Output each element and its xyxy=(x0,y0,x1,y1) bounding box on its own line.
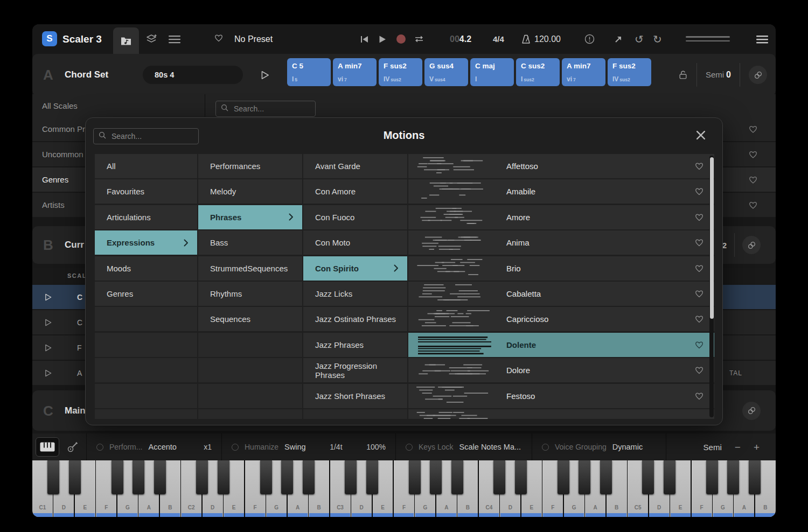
piano-black-key[interactable] xyxy=(154,460,166,494)
category-item-articulations[interactable]: Articulations xyxy=(95,205,197,229)
tab-songs[interactable] xyxy=(113,27,139,54)
mixer-lines-icon[interactable] xyxy=(686,24,730,54)
sidebar-item-all-scales[interactable]: All Scales xyxy=(32,94,776,117)
motion-result-row[interactable]: Dolore xyxy=(408,358,714,382)
close-button[interactable] xyxy=(695,130,706,141)
radio-indicator[interactable] xyxy=(232,444,239,451)
piano-black-key[interactable] xyxy=(218,460,229,494)
group-item-jazz-ostinato-phrases[interactable]: Jazz Ostinato Phrases xyxy=(303,307,407,331)
group-item-jazz-short-phrases[interactable]: Jazz Short Phrases xyxy=(303,384,407,408)
piano-black-key[interactable] xyxy=(642,460,654,494)
group-item-con-moto[interactable]: Con Moto xyxy=(303,230,407,255)
chord-pad[interactable]: A min7vi7 xyxy=(333,58,377,86)
type-item-rhythms[interactable]: Rhythms xyxy=(198,282,302,306)
piano-black-key[interactable] xyxy=(493,460,505,494)
group-item-jazz-progression-phrases[interactable]: Jazz Progression Phrases xyxy=(303,358,407,382)
motion-result-row[interactable]: Affettoso xyxy=(408,154,714,178)
piano-black-key[interactable] xyxy=(727,460,739,494)
undo-button[interactable]: ↺ xyxy=(635,24,644,54)
scrollbar-thumb[interactable] xyxy=(710,157,714,319)
category-item-favourites[interactable]: Favourites xyxy=(95,179,197,204)
list-view-button[interactable] xyxy=(167,24,182,54)
chord-set-name-field[interactable]: 80s 4 xyxy=(143,66,243,84)
category-item-moods[interactable]: Moods xyxy=(95,256,197,281)
heart-icon[interactable] xyxy=(695,366,703,374)
piano-black-key[interactable] xyxy=(47,460,59,494)
piano-black-key[interactable] xyxy=(558,460,569,494)
link-button[interactable] xyxy=(749,66,767,84)
piano-black-key[interactable] xyxy=(69,460,81,494)
chord-pad[interactable]: F sus2IVsus2 xyxy=(608,58,651,86)
play-icon[interactable] xyxy=(44,344,52,352)
play-icon[interactable] xyxy=(44,318,52,327)
group-item-con-spirito[interactable]: Con Spirito xyxy=(303,256,407,281)
minus-button[interactable]: − xyxy=(735,442,741,452)
motion-result-row[interactable]: Brio xyxy=(408,256,714,281)
heart-icon[interactable] xyxy=(695,341,703,349)
piano-black-key[interactable] xyxy=(515,460,527,494)
motion-result-row[interactable]: Festoso xyxy=(408,384,714,408)
record-button[interactable] xyxy=(395,24,406,54)
motion-result-row[interactable]: Anima xyxy=(408,230,714,255)
scales-search-input[interactable] xyxy=(233,104,310,114)
export-button[interactable] xyxy=(613,24,624,54)
piano-black-key[interactable] xyxy=(749,460,761,494)
chord-pad[interactable]: A min7vi7 xyxy=(562,58,605,86)
alerts-button[interactable] xyxy=(584,24,595,54)
piano-black-key[interactable] xyxy=(133,460,144,494)
keys-lock-control[interactable]: Keys LockScale Notes Ma... xyxy=(396,433,532,460)
radio-indicator[interactable] xyxy=(542,444,549,451)
type-item-phrases[interactable]: Phrases xyxy=(198,205,302,229)
voice-grouping-control[interactable]: Voice GroupingDynamic xyxy=(532,433,666,460)
motion-result-row[interactable] xyxy=(408,409,714,419)
piano-black-key[interactable] xyxy=(600,460,612,494)
tempo-control[interactable]: 120.00 xyxy=(521,24,561,54)
piano-black-key[interactable] xyxy=(303,460,315,494)
type-item-performances[interactable]: Performances xyxy=(198,154,302,178)
heart-icon[interactable] xyxy=(695,392,703,400)
play-icon[interactable] xyxy=(44,293,52,302)
chord-pad[interactable]: F sus2IVsus2 xyxy=(379,58,422,86)
heart-icon[interactable] xyxy=(749,150,757,158)
chord-pad[interactable]: C 5I5 xyxy=(287,58,331,86)
radio-indicator[interactable] xyxy=(406,444,413,451)
heart-icon[interactable] xyxy=(695,264,703,272)
heart-icon[interactable] xyxy=(695,290,703,298)
heart-icon[interactable] xyxy=(695,315,703,323)
group-item-avant-garde[interactable]: Avant Garde xyxy=(303,154,407,178)
heart-icon[interactable] xyxy=(695,162,703,170)
piano-black-key[interactable] xyxy=(579,460,590,494)
loop-button[interactable] xyxy=(413,24,426,54)
lock-button[interactable] xyxy=(678,70,688,80)
heart-icon[interactable] xyxy=(749,201,757,209)
layers-button[interactable] xyxy=(144,24,158,54)
motion-result-row[interactable]: Amabile xyxy=(408,179,714,204)
preset-name[interactable]: No Preset xyxy=(234,24,273,54)
category-item-expressions[interactable]: Expressions xyxy=(95,230,197,255)
heart-icon[interactable] xyxy=(695,187,703,195)
chord-pad[interactable]: G sus4Vsus4 xyxy=(424,58,468,86)
heart-icon[interactable] xyxy=(749,176,757,184)
heart-icon[interactable] xyxy=(749,125,757,133)
heart-icon[interactable] xyxy=(695,213,703,221)
category-item-genres[interactable]: Genres xyxy=(95,282,197,306)
type-item-bass[interactable]: Bass xyxy=(198,230,302,255)
play-icon[interactable] xyxy=(44,369,52,377)
piano-black-key[interactable] xyxy=(112,460,123,494)
heart-icon[interactable] xyxy=(695,239,703,247)
type-item-strummedsequences[interactable]: StrummedSequences xyxy=(198,256,302,281)
skip-to-start-button[interactable] xyxy=(359,24,370,54)
piano-black-key[interactable] xyxy=(196,460,208,494)
piano-black-key[interactable] xyxy=(281,460,293,494)
group-item-jazz-phrases[interactable]: Jazz Phrases xyxy=(303,333,407,357)
type-item-sequences[interactable]: Sequences xyxy=(198,307,302,331)
chord-pad[interactable]: C majI xyxy=(470,58,514,86)
piano-black-key[interactable] xyxy=(366,460,378,494)
motion-result-row[interactable]: Cabaletta xyxy=(408,282,714,306)
group-item-jazz-licks[interactable]: Jazz Licks xyxy=(303,282,407,306)
semi-transpose[interactable]: Semi0 xyxy=(706,70,731,80)
redo-button[interactable]: ↻ xyxy=(653,24,662,54)
time-signature[interactable]: 4/4 xyxy=(493,24,504,54)
perform-control[interactable]: Perform...Accentox1 xyxy=(87,433,221,460)
group-item-con-amore[interactable]: Con Amore xyxy=(303,179,407,204)
